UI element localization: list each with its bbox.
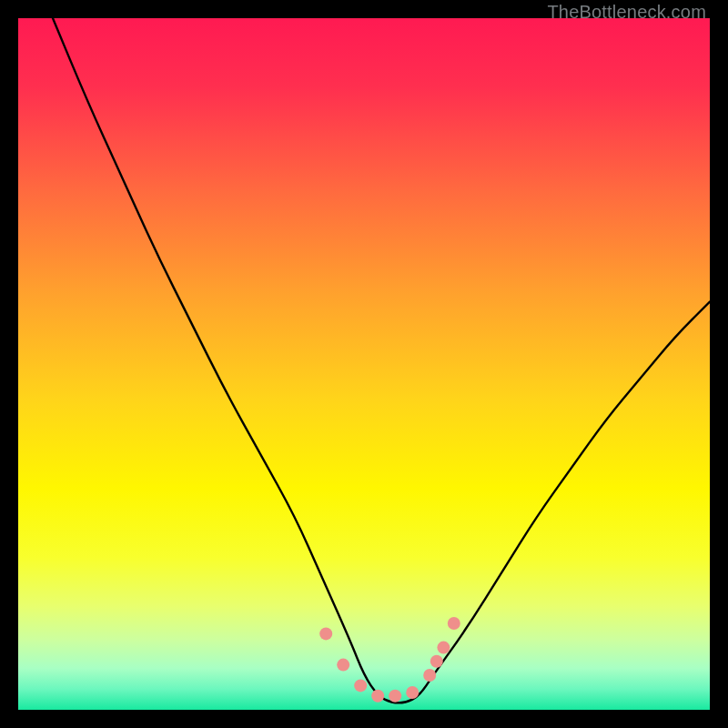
plot-area — [18, 18, 710, 710]
highlight-dot — [371, 690, 384, 703]
highlight-dot — [337, 659, 349, 672]
highlight-dot — [389, 690, 401, 703]
highlight-dot — [423, 669, 436, 682]
highlight-dot — [354, 679, 367, 692]
curve-layer — [18, 18, 710, 710]
highlight-dot — [319, 627, 332, 640]
watermark-label: TheBottleneck.com — [547, 2, 706, 23]
highlight-dot — [437, 642, 450, 654]
highlight-dot — [448, 617, 460, 630]
chart-frame: TheBottleneck.com — [0, 0, 728, 728]
bottleneck-curve — [53, 18, 710, 703]
highlight-dot — [406, 686, 419, 699]
highlight-dots — [319, 617, 460, 703]
highlight-dot — [430, 655, 443, 668]
